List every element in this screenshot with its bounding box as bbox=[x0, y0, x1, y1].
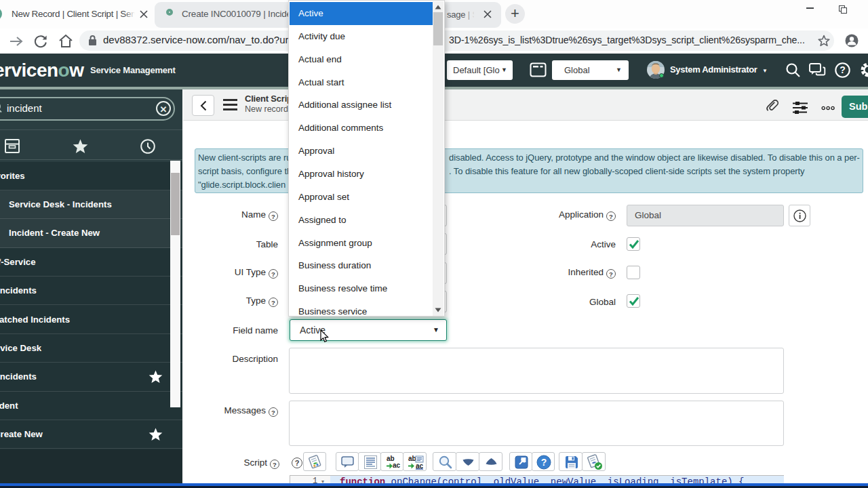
svg-text:ab: ab bbox=[408, 455, 416, 462]
svg-text:ac: ac bbox=[393, 462, 401, 469]
